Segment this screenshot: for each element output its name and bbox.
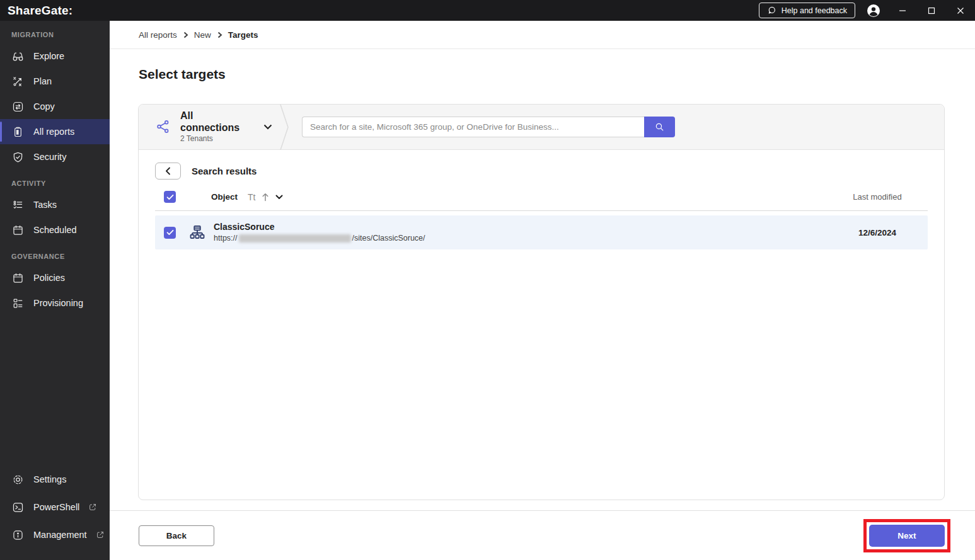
minimize-button[interactable]	[888, 0, 917, 21]
annotation-highlight-box: Next	[863, 519, 950, 552]
calendar-icon	[11, 224, 25, 237]
result-row-classicsoruce[interactable]: ClassicSoruce https:// /sites/ClassicSor…	[155, 215, 928, 249]
app-logo: ShareGate:	[0, 4, 110, 18]
section-label-governance: GOVERNANCE	[0, 243, 110, 265]
url-suffix: /sites/ClassicSoruce/	[352, 234, 425, 243]
url-prefix: https://	[214, 234, 238, 243]
sidebar-item-all-reports[interactable]: All reports	[0, 119, 110, 144]
sort-menu-chevron-icon[interactable]	[275, 195, 283, 200]
row-last-modified: 12/6/2024	[827, 228, 928, 237]
sidebar-item-scheduled[interactable]: Scheduled	[0, 217, 110, 243]
account-button[interactable]	[864, 1, 883, 20]
account-icon	[866, 3, 881, 18]
external-link-icon	[88, 503, 97, 511]
sidebar-item-label: Settings	[33, 474, 66, 484]
management-icon	[11, 529, 25, 542]
connections-subtitle: 2 Tenants	[180, 135, 239, 144]
calendar-icon	[11, 271, 25, 285]
sidebar-item-security[interactable]: Security	[0, 144, 110, 169]
sidebar-item-explore[interactable]: Explore	[0, 43, 110, 69]
url-redacted-blur	[239, 234, 351, 243]
search-results-section: Search results Object Tt Last modified	[139, 150, 944, 500]
form-icon	[11, 297, 25, 310]
sidebar-item-label: Management	[33, 530, 87, 540]
sidebar-item-provisioning[interactable]: Provisioning	[0, 290, 110, 316]
terminal-icon	[11, 501, 25, 514]
sidebar-item-label: Plan	[33, 76, 52, 86]
sidebar-item-label: Explore	[33, 51, 64, 61]
table-header: Object Tt Last modified	[155, 183, 928, 211]
sidebar-item-label: Provisioning	[33, 298, 83, 308]
breadcrumb-targets: Targets	[228, 30, 258, 40]
binoculars-icon	[11, 50, 25, 63]
breadcrumb-new[interactable]: New	[194, 30, 211, 40]
gear-icon	[11, 473, 25, 486]
logo-mark: :	[69, 4, 73, 17]
help-button-label: Help and feedback	[782, 6, 847, 15]
breadcrumb-all-reports[interactable]: All reports	[139, 30, 177, 40]
sidebar-item-management[interactable]: Management	[0, 521, 110, 549]
wizard-footer: Back Next	[110, 510, 975, 560]
sort-text-toggle[interactable]: Tt	[248, 192, 255, 202]
chevron-down-icon	[263, 124, 272, 130]
page-title: Select targets	[139, 67, 975, 82]
results-title: Search results	[192, 166, 257, 176]
external-link-icon	[96, 530, 105, 539]
main-content: All reports New Targets Select targets A…	[110, 21, 975, 560]
section-label-activity: ACTIVITY	[0, 169, 110, 192]
search-group	[302, 117, 675, 137]
sidebar-item-powershell[interactable]: PowerShell	[0, 493, 110, 521]
maximize-button[interactable]	[917, 0, 946, 21]
sitemap-icon	[188, 223, 207, 242]
sidebar-item-policies[interactable]: Policies	[0, 265, 110, 290]
section-separator-chevron	[275, 105, 294, 150]
sidebar-item-settings[interactable]: Settings	[0, 466, 110, 493]
feedback-bubble-icon	[767, 6, 776, 15]
task-list-icon	[11, 198, 25, 212]
select-all-checkbox[interactable]	[164, 191, 176, 203]
back-button[interactable]: Back	[139, 525, 214, 546]
column-header-object[interactable]: Object	[211, 192, 238, 202]
chevron-right-icon	[217, 31, 222, 38]
sidebar-item-label: Tasks	[33, 200, 57, 210]
search-input[interactable]	[302, 117, 644, 137]
shield-check-icon	[11, 151, 25, 164]
report-icon	[11, 125, 25, 139]
row-site-url: https:// /sites/ClassicSoruce/	[214, 234, 425, 243]
sidebar-item-label: PowerShell	[33, 502, 79, 512]
chevron-right-icon	[183, 31, 188, 38]
breadcrumb: All reports New Targets	[110, 21, 975, 49]
close-button[interactable]	[946, 0, 975, 21]
connections-title: All connections	[180, 110, 239, 134]
sidebar-item-label: Security	[33, 152, 66, 162]
strategy-icon	[11, 75, 25, 88]
row-site-name: ClassicSoruce	[214, 222, 425, 232]
column-header-last-modified[interactable]: Last modified	[827, 192, 928, 202]
share-nodes-icon	[155, 118, 171, 135]
help-and-feedback-button[interactable]: Help and feedback	[759, 3, 855, 18]
copy-arrows-icon	[11, 100, 25, 113]
search-button[interactable]	[644, 117, 675, 137]
sidebar: MIGRATION Explore Plan Copy All reports …	[0, 21, 110, 560]
next-button[interactable]: Next	[869, 525, 945, 547]
search-icon	[654, 122, 665, 132]
sidebar-footer: Settings PowerShell Management	[0, 466, 110, 560]
sidebar-item-copy[interactable]: Copy	[0, 94, 110, 119]
panel-header: All connections 2 Tenants	[139, 105, 944, 150]
results-back-button[interactable]	[155, 163, 181, 180]
sidebar-item-label: Scheduled	[33, 225, 77, 235]
sidebar-item-label: Policies	[33, 273, 65, 283]
sidebar-item-plan[interactable]: Plan	[0, 69, 110, 94]
section-label-migration: MIGRATION	[0, 21, 110, 43]
sidebar-item-label: Copy	[33, 101, 55, 111]
sort-ascending-icon[interactable]	[262, 193, 269, 202]
sidebar-item-tasks[interactable]: Tasks	[0, 192, 110, 217]
sidebar-item-label: All reports	[33, 127, 74, 137]
target-selection-panel: All connections 2 Tenants	[138, 104, 945, 500]
titlebar: ShareGate: Help and feedback	[0, 0, 975, 21]
connections-dropdown[interactable]: All connections 2 Tenants	[139, 110, 268, 144]
row-checkbox[interactable]	[164, 227, 176, 239]
